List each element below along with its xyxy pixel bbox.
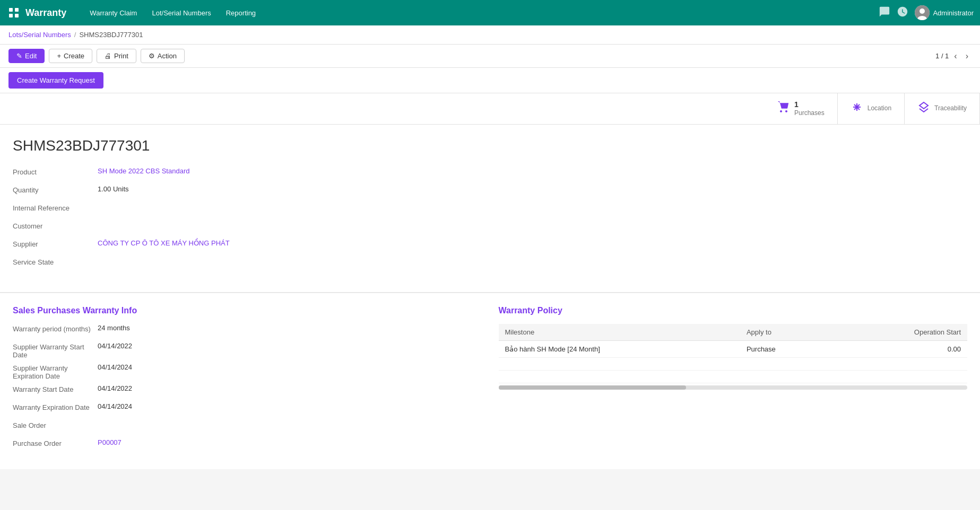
topnav: Warranty Warranty Claim Lot/Serial Numbe… bbox=[0, 0, 980, 25]
user-menu[interactable]: Administrator bbox=[915, 5, 974, 20]
purchases-smart-button[interactable]: 1 Purchases bbox=[765, 93, 838, 124]
purchase-order-value[interactable]: P00007 bbox=[98, 438, 122, 446]
product-label: Product bbox=[13, 167, 98, 176]
quantity-value: 1.00 Units bbox=[98, 185, 129, 193]
warranty-row-1: Bảo hành SH Mode [24 Month] Purchase 0.0… bbox=[499, 340, 968, 357]
svg-rect-1 bbox=[15, 8, 19, 12]
chat-icon[interactable] bbox=[879, 6, 890, 20]
pagination-text: 1 / 1 bbox=[935, 52, 949, 60]
create-warranty-bar: Create Warranty Request bbox=[0, 68, 980, 93]
supplier-value[interactable]: CÔNG TY CP Ô TÔ XE MÁY HỒNG PHÁT bbox=[98, 239, 230, 247]
sale-order-label: Sale Order bbox=[13, 420, 98, 429]
warranty-start-label: Warranty Start Date bbox=[13, 384, 98, 393]
serial-number-title: SHMS23BDJ777301 bbox=[13, 137, 967, 154]
nav-reporting[interactable]: Reporting bbox=[220, 6, 262, 20]
location-smart-btn-text: Location bbox=[868, 104, 891, 113]
table-scrollbar-track[interactable] bbox=[499, 385, 968, 390]
location-icon bbox=[851, 101, 863, 116]
print-icon: 🖨 bbox=[105, 52, 111, 60]
sales-section: Sales Purchases Warranty Info Warranty p… bbox=[13, 306, 482, 456]
product-row: Product SH Mode 2022 CBS Standard bbox=[13, 167, 473, 181]
svg-rect-3 bbox=[15, 14, 19, 17]
service-state-label: Service State bbox=[13, 257, 98, 266]
warranty-table-body: Bảo hành SH Mode [24 Month] Purchase 0.0… bbox=[499, 340, 968, 383]
next-button[interactable]: › bbox=[962, 50, 972, 62]
traceability-icon bbox=[917, 101, 930, 116]
nav-lot-serial-numbers[interactable]: Lot/Serial Numbers bbox=[145, 6, 217, 20]
warranty-expiration-value: 04/14/2024 bbox=[98, 402, 132, 410]
operation-start-cell: 0.00 bbox=[834, 340, 967, 357]
product-value[interactable]: SH Mode 2022 CBS Standard bbox=[98, 167, 189, 175]
form-left: Product SH Mode 2022 CBS Standard Quanti… bbox=[13, 167, 490, 275]
supplier-warranty-expiration-label: Supplier Warranty Expiration Date bbox=[13, 363, 98, 380]
form-grid: Product SH Mode 2022 CBS Standard Quanti… bbox=[13, 167, 967, 275]
warranty-period-label: Warranty period (months) bbox=[13, 324, 98, 333]
location-smart-button[interactable]: Location bbox=[838, 93, 905, 124]
supplier-warranty-start-row: Supplier Warranty Start Date 04/14/2022 bbox=[13, 342, 482, 359]
svg-point-5 bbox=[920, 8, 925, 14]
action-button[interactable]: ⚙ Action bbox=[141, 49, 185, 63]
print-button[interactable]: 🖨 Print bbox=[97, 49, 136, 63]
warranty-period-row: Warranty period (months) 24 months bbox=[13, 324, 482, 338]
customer-row: Customer bbox=[13, 221, 473, 235]
breadcrumb-parent[interactable]: Lots/Serial Numbers bbox=[8, 31, 71, 39]
user-name: Administrator bbox=[933, 9, 974, 17]
warranty-period-value: 24 months bbox=[98, 324, 130, 332]
plus-icon: + bbox=[57, 52, 61, 60]
prev-button[interactable]: ‹ bbox=[951, 50, 960, 62]
apply-to-cell: Purchase bbox=[740, 340, 834, 357]
topnav-menu: Warranty Claim Lot/Serial Numbers Report… bbox=[83, 6, 870, 20]
sales-section-title: Sales Purchases Warranty Info bbox=[13, 306, 482, 315]
warranty-policy-table-wrapper: Milestone Apply to Operation Start Bảo h… bbox=[499, 324, 968, 390]
main-content: SHMS23BDJ777301 Product SH Mode 2022 CBS… bbox=[0, 125, 980, 292]
warranty-expiration-label: Warranty Expiration Date bbox=[13, 402, 98, 411]
table-scrollbar-thumb bbox=[499, 385, 686, 390]
form-right bbox=[490, 167, 968, 275]
breadcrumb-current: SHMS23BDJ777301 bbox=[79, 31, 143, 39]
warranty-policy-title: Warranty Policy bbox=[499, 306, 968, 315]
milestone-cell: Bảo hành SH Mode [24 Month] bbox=[499, 340, 740, 357]
create-warranty-request-button[interactable]: Create Warranty Request bbox=[8, 72, 103, 89]
purchase-order-row: Purchase Order P00007 bbox=[13, 438, 482, 452]
warranty-table-header: Milestone Apply to Operation Start bbox=[499, 324, 968, 341]
action-bar: ✎ Edit + Create 🖨 Print ⚙ Action 1 / 1 ‹… bbox=[0, 45, 980, 68]
purchase-order-label: Purchase Order bbox=[13, 438, 98, 447]
app-logo[interactable]: Warranty bbox=[6, 5, 75, 20]
customer-label: Customer bbox=[13, 221, 98, 230]
warranty-policy-section: Warranty Policy Milestone Apply to Opera… bbox=[499, 306, 968, 456]
warranty-policy-table: Milestone Apply to Operation Start Bảo h… bbox=[499, 324, 968, 383]
breadcrumb: Lots/Serial Numbers / SHMS23BDJ777301 bbox=[0, 25, 980, 45]
topnav-right: Administrator bbox=[879, 5, 974, 20]
supplier-warranty-start-value: 04/14/2022 bbox=[98, 342, 132, 350]
supplier-row: Supplier CÔNG TY CP Ô TÔ XE MÁY HỒNG PHÁ… bbox=[13, 239, 473, 253]
supplier-warranty-expiration-value: 04/14/2024 bbox=[98, 363, 132, 371]
grid-icon bbox=[6, 5, 21, 20]
warranty-expiration-row: Warranty Expiration Date 04/14/2024 bbox=[13, 402, 482, 416]
warranty-start-value: 04/14/2022 bbox=[98, 384, 132, 392]
svg-rect-2 bbox=[9, 14, 13, 17]
svg-rect-0 bbox=[9, 8, 13, 12]
lower-section: Sales Purchases Warranty Info Warranty p… bbox=[0, 293, 980, 469]
supplier-label: Supplier bbox=[13, 239, 98, 248]
breadcrumb-separator: / bbox=[74, 31, 76, 39]
smart-button-bar: 1 Purchases Location Traceability bbox=[0, 93, 980, 125]
supplier-warranty-expiration-row: Supplier Warranty Expiration Date 04/14/… bbox=[13, 363, 482, 380]
app-name: Warranty bbox=[25, 7, 66, 19]
service-state-row: Service State bbox=[13, 257, 473, 271]
quantity-label: Quantity bbox=[13, 185, 98, 194]
warranty-row-empty-2 bbox=[499, 370, 968, 383]
purchases-smart-btn-text: 1 Purchases bbox=[794, 100, 825, 118]
clock-icon[interactable] bbox=[897, 6, 908, 20]
warranty-start-row: Warranty Start Date 04/14/2022 bbox=[13, 384, 482, 398]
traceability-smart-button[interactable]: Traceability bbox=[905, 93, 980, 124]
col-milestone: Milestone bbox=[499, 324, 740, 341]
pagination: 1 / 1 ‹ › bbox=[935, 50, 972, 62]
smart-btn-spacer bbox=[0, 93, 765, 124]
create-button[interactable]: + Create bbox=[49, 49, 92, 63]
sale-order-row: Sale Order bbox=[13, 420, 482, 434]
cart-icon bbox=[777, 101, 790, 116]
edit-button[interactable]: ✎ Edit bbox=[8, 49, 45, 63]
gear-icon: ⚙ bbox=[149, 52, 155, 60]
nav-warranty-claim[interactable]: Warranty Claim bbox=[83, 6, 143, 20]
edit-icon: ✎ bbox=[16, 52, 22, 60]
